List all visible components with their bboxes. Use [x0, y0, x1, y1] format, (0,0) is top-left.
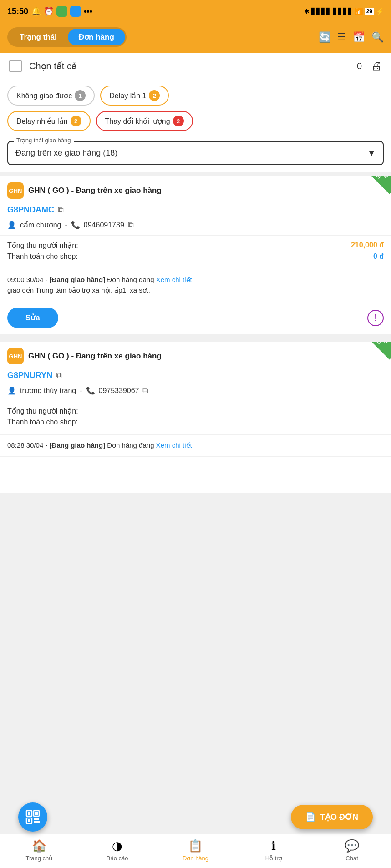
phone-1: 0946091739 — [84, 221, 124, 229]
customer-name-2: trương thùy trang — [20, 386, 76, 395]
status-time: 15:50 🔔 ⏰ ••• — [7, 6, 92, 17]
svg-rect-5 — [28, 819, 30, 822]
corner-badge-1: Đã ứngtiền — [350, 176, 391, 217]
copy-phone-icon-1[interactable]: ⧉ — [128, 220, 134, 230]
card-title-1: GHN ( GO ) - Đang trên xe giao hàng — [28, 186, 162, 195]
selected-count: 0 — [357, 61, 362, 71]
dropdown-section: Trạng thái giao hàng Đang trên xe giao h… — [0, 141, 391, 172]
tab-don-hang[interactable]: Đơn hàng — [68, 29, 125, 45]
header-actions: 🔄 ☰ 📅 🔍 — [319, 31, 384, 43]
header: Trạng thái Đơn hàng 🔄 ☰ 📅 🔍 — [0, 23, 391, 53]
print-icon[interactable]: 🖨 — [371, 60, 382, 72]
shop-label-1: Thanh toán cho shop: — [7, 252, 78, 261]
nav-don-hang[interactable]: 📋 Đơn hàng — [177, 839, 213, 862]
refresh-icon[interactable]: 🔄 — [319, 31, 331, 43]
nav-bao-cao[interactable]: ◑ Báo cáo — [99, 839, 136, 862]
header-tabs: Trạng thái Đơn hàng — [7, 27, 127, 47]
xem-chi-tiet-link-1[interactable]: Xem chi tiết — [156, 276, 192, 283]
section-divider-2 — [0, 338, 391, 342]
nav-ho-tro[interactable]: ℹ Hỗ trợ — [255, 839, 292, 862]
chevron-down-icon: ▼ — [367, 148, 376, 158]
chart-icon: ◑ — [112, 839, 122, 853]
svg-rect-3 — [35, 812, 38, 815]
filter-chip-khong-giao[interactable]: Không giao được 1 — [7, 86, 95, 106]
ghn-logo-2: GHN — [7, 348, 24, 364]
svg-rect-1 — [28, 812, 30, 815]
person-icon-2: 👤 — [7, 386, 16, 395]
ghn-logo-1: GHN — [7, 182, 24, 199]
nav-chat[interactable]: 💬 Chat — [334, 839, 370, 862]
orders-icon: 📋 — [188, 839, 203, 853]
order-card-2: Đã ứngtiền GHN GHN ( GO ) - Đang trên xe… — [0, 342, 391, 493]
total-label-1: Tổng thu người nhận: — [7, 241, 78, 250]
amount-section-2: Tổng thu người nhận: Thanh toán cho shop… — [0, 401, 391, 435]
filter-section: Không giao được 1 Delay lần 1 2 Delay nh… — [0, 79, 391, 141]
copy-phone-icon-2[interactable]: ⧉ — [142, 386, 148, 395]
create-label: TẠO ĐƠN — [320, 812, 358, 822]
app-icon-2 — [70, 6, 81, 17]
order-id-1: G8PNDAMC — [7, 205, 54, 215]
status-note-1: 09:00 30/04 - [Đang giao hàng] Đơn hàng … — [0, 269, 391, 301]
select-all-checkbox[interactable] — [9, 60, 22, 72]
tab-trang-thai[interactable]: Trạng thái — [9, 29, 68, 45]
svg-rect-8 — [34, 821, 40, 823]
create-order-button[interactable]: 📄 TẠO ĐƠN — [291, 805, 373, 829]
status-bar: 15:50 🔔 ⏰ ••• ✱ ▋▋▋▋ ▋▋▋▋ 📶 29 ⚡ — [0, 0, 391, 23]
customer-name-1: cẩm chướng — [20, 221, 61, 229]
svg-rect-7 — [36, 818, 39, 820]
card-title-2: GHN ( GO ) - Đang trên xe giao hàng — [28, 352, 162, 361]
filter-row-2: Delay nhiều lần 2 Thay đổi khối lượng 2 — [7, 111, 384, 131]
nav-label-trang-chu: Trang chủ — [25, 855, 52, 862]
phone-2: 0975339067 — [99, 387, 139, 395]
select-all-bar: Chọn tất cả 0 🖨 — [0, 53, 391, 79]
shop-label-2: Thanh toán cho shop: — [7, 418, 78, 426]
nav-label-bao-cao: Báo cáo — [107, 855, 128, 862]
nav-label-don-hang: Đơn hàng — [183, 855, 208, 862]
home-icon: 🏠 — [32, 839, 46, 853]
sua-button-1[interactable]: Sửa — [7, 308, 58, 328]
info-icon: ℹ — [271, 839, 276, 853]
phone-icon-1: 📞 — [71, 221, 80, 229]
amount-section-1: Tổng thu người nhận: 210,000 đ Thanh toá… — [0, 236, 391, 269]
nav-label-chat: Chat — [345, 855, 358, 862]
section-divider — [0, 172, 391, 176]
qr-scan-button[interactable] — [18, 802, 47, 832]
xem-chi-tiet-link-2[interactable]: Xem chi tiết — [156, 441, 192, 449]
nav-trang-chu[interactable]: 🏠 Trang chủ — [21, 839, 57, 862]
filter-icon[interactable]: ☰ — [337, 31, 346, 43]
filter-chip-delay-1[interactable]: Delay lần 1 2 — [100, 86, 169, 106]
total-value-1: 210,000 đ — [351, 241, 384, 250]
corner-badge-2: Đã ứngtiền — [350, 342, 391, 383]
total-label-2: Tổng thu người nhận: — [7, 407, 78, 415]
shop-value-1: 0 đ — [373, 252, 384, 261]
chat-icon: 💬 — [345, 839, 359, 853]
filter-row-1: Không giao được 1 Delay lần 1 2 — [7, 86, 384, 106]
battery-level: 29 — [365, 8, 374, 15]
status-right: ✱ ▋▋▋▋ ▋▋▋▋ 📶 29 ⚡ — [304, 8, 384, 15]
order-id-2: G8PNURYN — [7, 371, 52, 380]
person-icon-1: 👤 — [7, 221, 16, 229]
calendar-icon[interactable]: 📅 — [353, 31, 365, 43]
order-card-1: Đã ứngtiền GHN GHN ( GO ) - Đang trên xe… — [0, 176, 391, 334]
bottom-nav: 🏠 Trang chủ ◑ Báo cáo 📋 Đơn hàng ℹ Hỗ tr… — [0, 834, 391, 868]
phone-icon-2: 📞 — [86, 386, 95, 395]
filter-chip-thay-doi[interactable]: Thay đổi khối lượng 2 — [96, 111, 193, 131]
search-icon[interactable]: 🔍 — [371, 31, 384, 43]
filter-chip-delay-nhieu[interactable]: Delay nhiều lần 2 — [7, 111, 91, 131]
dropdown-value: Đang trên xe giao hàng (18) — [15, 148, 117, 157]
copy-icon-2[interactable]: ⧉ — [56, 371, 62, 380]
status-dropdown[interactable]: Trạng thái giao hàng Đang trên xe giao h… — [7, 141, 384, 165]
dropdown-label: Trạng thái giao hàng — [14, 137, 74, 144]
fab-area: 📄 TẠO ĐƠN — [0, 802, 391, 832]
status-note-2: 08:28 30/04 - [Đang giao hàng] Đơn hàng … — [0, 435, 391, 457]
app-icon-1 — [56, 6, 67, 17]
select-all-label: Chọn tất cả — [29, 61, 77, 71]
alert-icon-1[interactable]: ! — [367, 310, 384, 326]
nav-label-ho-tro: Hỗ trợ — [265, 855, 282, 862]
svg-rect-6 — [34, 818, 36, 820]
copy-icon-1[interactable]: ⧉ — [58, 205, 64, 215]
card-actions-1: Sửa ! — [0, 301, 391, 334]
create-icon: 📄 — [305, 812, 315, 822]
